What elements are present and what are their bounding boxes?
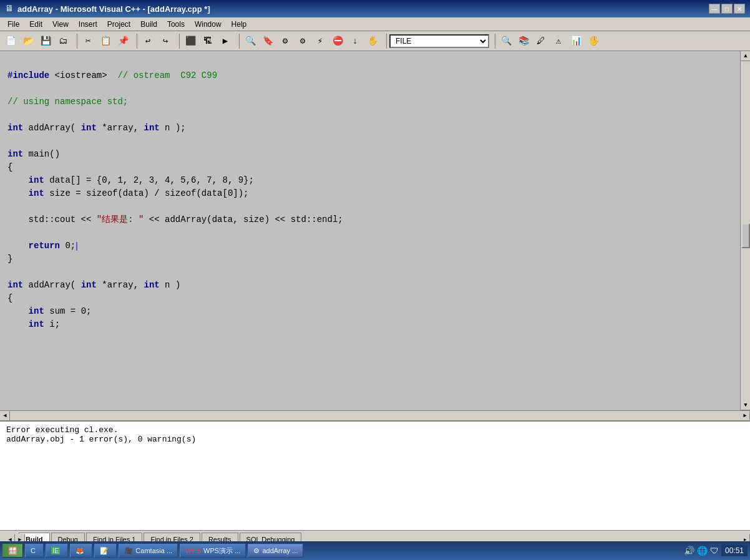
scroll-track (10, 411, 740, 421)
code-str1: "结果是: " (97, 215, 144, 224)
code-kw9: int (81, 280, 97, 290)
code-kw1: int (7, 123, 23, 133)
taskbar-right: 🔊 🌐 🛡 00:51 (684, 545, 748, 556)
code-kw12: int (29, 319, 44, 329)
start-button[interactable]: 🪟 (2, 544, 23, 558)
menu-project[interactable]: Project (102, 19, 135, 30)
app3-icon: 🦊 (75, 547, 84, 555)
taskbar: 🪟 C IE 🦊 📝 🎥 Camtasia ... WPS WPS演示 ... … (0, 541, 750, 560)
save-button[interactable]: 💾 (37, 33, 54, 49)
taskbar-app1[interactable]: C (25, 544, 44, 558)
addarray-label: addArray ... (262, 547, 298, 554)
vertical-scrollbar[interactable]: ▲ ▼ (740, 51, 750, 410)
taskbar-app3[interactable]: 🦊 (70, 544, 92, 558)
separator5 (383, 34, 387, 49)
menu-bar: File Edit View Insert Project Build Tool… (0, 17, 750, 31)
minimize-button[interactable]: — (709, 4, 720, 14)
toolbar-more1[interactable]: ⚙ (277, 33, 293, 49)
run-button[interactable]: ▶ (217, 33, 233, 49)
code-kw6: int (29, 188, 44, 198)
maximize-button[interactable]: □ (721, 4, 733, 14)
code-kw5: int (29, 175, 44, 185)
compile-button[interactable]: ⬛ (182, 33, 198, 49)
toolbar-extra4[interactable]: ⚠ (550, 33, 567, 49)
output-panel: Error executing cl.exe. addArray.obj - 1… (0, 420, 750, 545)
save-all-button[interactable]: 🗂 (55, 33, 71, 49)
code-comment2: // using namespace std; (7, 97, 128, 107)
output-line2: addArray.obj - 1 error(s), 0 warning(s) (6, 435, 744, 444)
search-button[interactable]: 🔍 (242, 33, 258, 49)
toolbar-extra1[interactable]: 🔍 (498, 33, 514, 49)
scroll-thumb[interactable] (741, 223, 750, 248)
file-dropdown[interactable]: FILE (389, 34, 489, 48)
editor-container: #include <iostream> // ostream C92 C99 /… (0, 51, 750, 545)
menu-help[interactable]: Help (226, 19, 252, 30)
taskbar-camtasia[interactable]: 🎥 Camtasia ... (119, 544, 178, 558)
toolbar-extra2[interactable]: 📚 (515, 33, 532, 49)
cut-button[interactable]: ✂ (80, 33, 96, 49)
menu-file[interactable]: File (2, 19, 24, 30)
toolbar-more6[interactable]: ✋ (364, 33, 381, 49)
notify-icons: 🔊 🌐 🛡 (684, 546, 719, 556)
toolbar-more4[interactable]: ⛔ (329, 33, 346, 49)
wps2-label: WPS演示 ... (203, 546, 240, 556)
code-wrapper: #include <iostream> // ostream C92 C99 /… (0, 51, 750, 410)
window-controls: — □ ✕ (709, 4, 745, 14)
toolbar-more5[interactable]: ↓ (347, 33, 363, 49)
toolbar: 📄 📂 💾 🗂 ✂ 📋 📌 ↩ ↪ ⬛ 🏗 ▶ 🔍 🔖 ⚙ ⚙ ⚡ ⛔ ↓ ✋ … (0, 31, 750, 51)
undo-button[interactable]: ↩ (140, 33, 156, 49)
toolbar-more3[interactable]: ⚡ (312, 33, 328, 49)
camtasia-icon: 🎥 (124, 547, 133, 555)
title-bar: 🖥 addArray - Microsoft Visual C++ - [add… (0, 0, 750, 17)
app4-icon: 📝 (100, 547, 109, 555)
code-editor[interactable]: #include <iostream> // ostream C92 C99 /… (0, 51, 750, 410)
build-button[interactable]: 🏗 (200, 33, 216, 49)
open-button[interactable]: 📂 (20, 33, 36, 49)
code-kw3: int (144, 123, 159, 133)
code-kw10: int (144, 280, 159, 290)
separator3 (176, 34, 180, 49)
code-kw2: int (81, 123, 97, 133)
camtasia-label: Camtasia ... (135, 547, 172, 554)
close-button[interactable]: ✕ (734, 4, 745, 14)
separator6 (492, 34, 495, 49)
code-kw4: int (7, 149, 23, 159)
code-kw8: int (7, 280, 23, 290)
redo-button[interactable]: ↪ (157, 33, 173, 49)
separator1 (74, 34, 77, 49)
new-button[interactable]: 📄 (2, 33, 19, 49)
code-include: #include (7, 70, 49, 80)
code-kw11: int (29, 306, 44, 316)
menu-view[interactable]: View (47, 19, 74, 30)
horizontal-scrollbar[interactable]: ◄ ► (0, 410, 750, 420)
toolbar-extra6[interactable]: 🖐 (585, 33, 601, 49)
wps2-icon: WPS (185, 547, 201, 554)
toolbar-more2[interactable]: ⚙ (295, 33, 311, 49)
menu-insert[interactable]: Insert (74, 19, 102, 30)
addarray-icon: ⚙ (253, 547, 260, 555)
title-text: addArray - Microsoft Visual C++ - [addAr… (17, 4, 210, 14)
paste-button[interactable]: 📌 (115, 33, 131, 49)
taskbar-app4[interactable]: 📝 (94, 544, 117, 558)
output-content: Error executing cl.exe. addArray.obj - 1… (0, 422, 750, 530)
menu-tools[interactable]: Tools (162, 19, 190, 30)
menu-edit[interactable]: Edit (24, 19, 47, 30)
menu-build[interactable]: Build (135, 19, 162, 30)
toolbar-extra5[interactable]: 📊 (568, 33, 584, 49)
scroll-right-arrow[interactable]: ► (740, 411, 750, 421)
toolbar-extra3[interactable]: 🖊 (533, 33, 549, 49)
start-icon: 🪟 (8, 546, 17, 555)
menu-window[interactable]: Window (190, 19, 226, 30)
scroll-left-arrow[interactable]: ◄ (0, 411, 10, 421)
code-comment1: // ostream C92 C99 (117, 70, 217, 80)
taskbar-app2[interactable]: IE (46, 544, 68, 558)
separator2 (134, 34, 137, 49)
code-kw7: return (29, 241, 60, 251)
copy-button[interactable]: 📋 (97, 33, 114, 49)
bookmark-button[interactable]: 🔖 (260, 33, 276, 49)
scroll-up-arrow[interactable]: ▲ (741, 51, 750, 61)
text-cursor (76, 242, 77, 251)
taskbar-wps2[interactable]: WPS WPS演示 ... (180, 544, 246, 558)
taskbar-addarray[interactable]: ⚙ addArray ... (248, 544, 303, 558)
scroll-down-arrow[interactable]: ▼ (741, 400, 750, 410)
